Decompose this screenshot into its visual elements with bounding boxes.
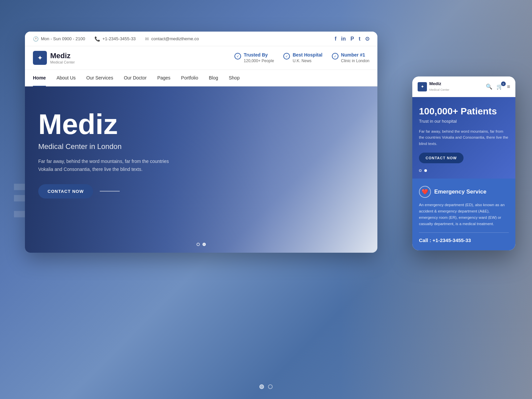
pinterest-icon[interactable]: P: [350, 36, 354, 42]
page-dot-2[interactable]: [268, 384, 273, 389]
badge-number-one: ✓ Number #1 Clinic in London: [332, 52, 369, 64]
hours-item: 🕐 Mon - Sun 0900 - 2100: [33, 36, 85, 42]
mobile-hero-description: Far far away, behind the word mountains,…: [419, 128, 509, 147]
hero-slider-dots: [197, 243, 206, 246]
mobile-logo-text: Mediz Medical Center: [429, 81, 450, 92]
emergency-description: An emergency department (ED), also known…: [419, 202, 509, 227]
page-bottom-dots: [259, 384, 273, 389]
mobile-search-icon[interactable]: 🔍: [486, 83, 492, 90]
emergency-title: Emergency Service: [434, 189, 486, 195]
site-name: Mediz: [50, 52, 75, 60]
mobile-hero-subtitle: Trust in our hospital: [419, 119, 509, 124]
logo-icon: ✦: [33, 51, 47, 65]
contact-now-button[interactable]: CONTACT NOW: [38, 184, 93, 199]
badge-trusted: ✓ Trusted By 120,000+ People: [234, 52, 274, 64]
mobile-header-icons: 🔍 🛒 0 ≡: [486, 83, 510, 90]
mobile-hero-section: 100,000+ Patients Trust in our hospital …: [412, 97, 515, 179]
mobile-hero-title: 100,000+ Patients: [419, 106, 509, 117]
phone-item: 📞 +1-2345-3455-33: [94, 36, 136, 42]
hero-dot-2[interactable]: [202, 243, 206, 246]
page-dot-1[interactable]: [259, 384, 264, 389]
badge-trusted-text: Trusted By 120,000+ People: [244, 52, 274, 64]
hero-section: Mediz Medical Center in London Far far a…: [25, 86, 377, 253]
browser-window: 🕐 Mon - Sun 0900 - 2100 📞 +1-2345-3455-3…: [25, 32, 377, 253]
check-icon-2: ✓: [283, 53, 290, 60]
phone-text: +1-2345-3455-33: [102, 36, 136, 41]
nav-services[interactable]: Our Services: [86, 70, 113, 86]
cart-count: 0: [501, 81, 506, 86]
social-links: f in P t ⊙: [334, 36, 369, 42]
top-bar: 🕐 Mon - Sun 0900 - 2100 📞 +1-2345-3455-3…: [25, 32, 377, 46]
mobile-dot-2[interactable]: [424, 169, 427, 172]
linkedin-icon[interactable]: in: [341, 36, 346, 42]
badge-number-text: Number #1 Clinic in London: [341, 52, 369, 64]
hero-title: Mediz: [38, 110, 195, 138]
button-divider: [100, 191, 120, 192]
site-subtitle: Medical Center: [50, 60, 75, 64]
emergency-header: ❤️ Emergency Service: [419, 186, 509, 198]
email-item: ✉ contact@mediztheme.co: [145, 36, 199, 42]
mobile-dot-1[interactable]: [419, 169, 422, 172]
hero-description: Far far away, behind the word mountains,…: [38, 158, 178, 174]
check-icon-3: ✓: [332, 53, 338, 60]
nav-portfolio[interactable]: Portfolio: [181, 70, 198, 86]
hero-subtitle: Medical Center in London: [38, 142, 195, 151]
badge-best-hospital: ✓ Best Hospital U.K. News: [283, 52, 322, 64]
badge-hospital-text: Best Hospital U.K. News: [293, 52, 322, 64]
hero-buttons: CONTACT NOW: [38, 184, 195, 199]
site-header: ✦ Mediz Medical Center ✓ Trusted By 120,…: [25, 46, 377, 70]
hero-dot-1[interactable]: [197, 243, 200, 246]
mobile-header: ✦ Mediz Medical Center 🔍 🛒 0 ≡: [412, 76, 515, 97]
emergency-service-card: ❤️ Emergency Service An emergency depart…: [412, 179, 515, 250]
clock-icon: 🕐: [33, 36, 39, 42]
mobile-contact-button[interactable]: CONTACT NOW: [419, 153, 464, 163]
mobile-slider-dots: [419, 169, 509, 172]
top-bar-left: 🕐 Mon - Sun 0900 - 2100 📞 +1-2345-3455-3…: [33, 36, 199, 42]
mobile-logo[interactable]: ✦ Mediz Medical Center: [418, 81, 450, 92]
facebook-icon[interactable]: f: [334, 36, 336, 42]
nav-pages[interactable]: Pages: [157, 70, 171, 86]
mobile-menu-icon[interactable]: ≡: [507, 84, 510, 90]
logo-area[interactable]: ✦ Mediz Medical Center: [33, 51, 75, 65]
logo-text: Mediz Medical Center: [50, 52, 75, 64]
header-badges: ✓ Trusted By 120,000+ People ✓ Best Hosp…: [234, 52, 369, 64]
nav-shop[interactable]: Shop: [229, 70, 240, 86]
emergency-call[interactable]: Call : +1-2345-3455-33: [419, 232, 509, 243]
emergency-icon: ❤️: [419, 186, 431, 198]
nav-doctor[interactable]: Our Doctor: [124, 70, 146, 86]
mobile-preview-card: ✦ Mediz Medical Center 🔍 🛒 0 ≡ 100,000+ …: [412, 76, 515, 250]
email-icon: ✉: [145, 36, 149, 42]
main-nav: Home About Us Our Services Our Doctor Pa…: [25, 70, 377, 86]
email-text: contact@mediztheme.co: [151, 36, 199, 41]
hero-content: Mediz Medical Center in London Far far a…: [25, 86, 208, 222]
phone-icon: 📞: [94, 36, 100, 42]
mobile-cart-icon[interactable]: 🛒 0: [496, 83, 503, 90]
nav-blog[interactable]: Blog: [209, 70, 218, 86]
instagram-icon[interactable]: ⊙: [365, 36, 369, 42]
twitter-icon[interactable]: t: [359, 36, 360, 42]
mobile-logo-icon: ✦: [418, 82, 427, 91]
nav-home[interactable]: Home: [33, 70, 46, 86]
nav-about[interactable]: About Us: [57, 70, 76, 86]
check-icon: ✓: [234, 53, 241, 60]
hours-text: Mon - Sun 0900 - 2100: [41, 36, 85, 41]
